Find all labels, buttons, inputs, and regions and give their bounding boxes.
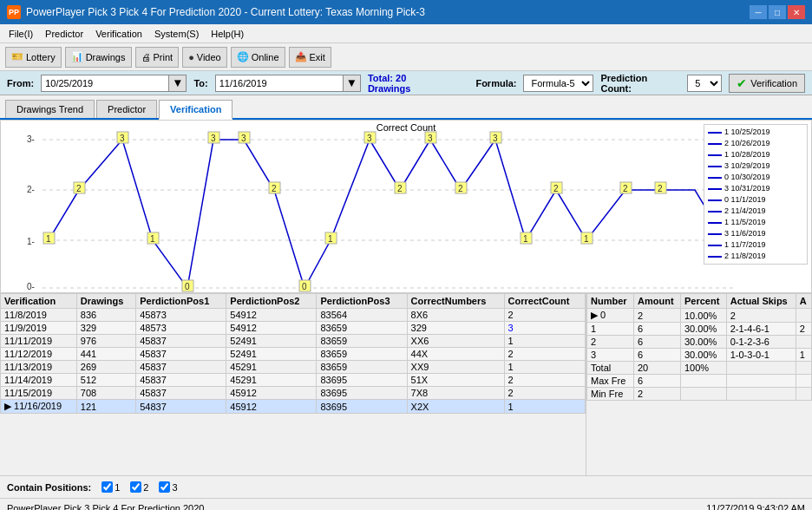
verification-button[interactable]: ✔ Verification (729, 74, 805, 93)
datetime: 11/27/2019 9:43:02 AM (706, 503, 805, 511)
svg-text:11/11/2019: 11/11/2019 (495, 291, 534, 293)
table-row[interactable]: ▶ 0210.00%2 (587, 309, 812, 323)
svg-text:2: 2 (553, 184, 559, 193)
tab-drawings-trend[interactable]: Drawings Trend (5, 100, 95, 118)
main-table: Verification Drawings PerdictionPos1 Per… (0, 293, 586, 414)
window-controls: ─ □ ✕ (750, 5, 805, 19)
svg-text:10/28/2019: 10/28/2019 (105, 291, 144, 293)
menu-help[interactable]: Help(H) (206, 27, 249, 41)
online-button[interactable]: 🌐 Online (231, 47, 285, 68)
to-date-dropdown[interactable]: ▼ (344, 75, 361, 92)
col-drawings: Drawings (76, 294, 135, 309)
table-row[interactable]: 11/14/201951245837452918369551X2 (1, 374, 586, 387)
svg-text:0-: 0- (27, 282, 35, 291)
contain-check-3[interactable]: 3 (159, 481, 177, 493)
menu-system[interactable]: System(S) (149, 27, 204, 41)
menu-file[interactable]: File(I) (3, 27, 38, 41)
drawings-button[interactable]: 📊 Drawings (65, 47, 132, 68)
from-date-field: ▼ (41, 75, 187, 92)
svg-text:0: 0 (302, 282, 307, 291)
svg-text:2: 2 (658, 184, 663, 193)
table-row[interactable]: 11/12/201944145837524918365944X2 (1, 348, 586, 361)
menu-bar: File(I) Predictor Verification System(S)… (0, 24, 812, 43)
col-correct-numbers: CorrectNumbers (407, 294, 504, 309)
video-icon: ● (188, 52, 194, 62)
side-col-amount: Amount (634, 294, 681, 309)
app-icon: PP (7, 5, 21, 19)
col-verification: Verification (1, 294, 77, 309)
table-row[interactable]: 11/15/20197084583745912836957X82 (1, 387, 586, 400)
table-row[interactable]: 2630.00%0-1-2-3-6 (587, 336, 812, 349)
tab-bar: Drawings Trend Predictor Verification (0, 95, 812, 120)
table-row[interactable]: 11/9/20193294857354912836593293 (1, 322, 586, 335)
from-label: From: (7, 78, 34, 88)
lottery-button[interactable]: 🎫 Lottery (5, 47, 62, 68)
from-date-dropdown[interactable]: ▼ (169, 75, 187, 92)
contain-check-1[interactable]: 1 (102, 481, 120, 493)
col-pos1: PerdictionPos1 (136, 294, 226, 309)
menu-verification[interactable]: Verification (90, 27, 147, 41)
status-bar: PowerPlayer Pick 3 Pick 4 For Prediction… (0, 498, 812, 510)
to-date-field: ▼ (215, 75, 361, 92)
title-bar: PP PowerPlayer Pick 3 Pick 4 For Predict… (0, 0, 812, 24)
svg-text:1: 1 (523, 234, 528, 244)
pred-count-select[interactable]: 5 (687, 75, 722, 92)
toolbar: 🎫 Lottery 📊 Drawings 🖨 Print ● Video 🌐 O… (0, 43, 812, 71)
print-button[interactable]: 🖨 Print (135, 47, 180, 68)
svg-text:2: 2 (76, 184, 82, 193)
side-col-number: Number (587, 294, 634, 309)
svg-text:1: 1 (328, 234, 333, 244)
svg-text:3: 3 (241, 134, 246, 143)
side-table-wrapper[interactable]: Number Amount Percent Actual Skips A ▶ 0… (586, 293, 812, 475)
contain-label: Contain Positions: (7, 482, 91, 493)
table-row[interactable]: Min Fre2 (587, 388, 812, 401)
drawings-icon: 📊 (71, 51, 83, 62)
pred-count-label: Prediction Count: (600, 73, 680, 94)
svg-text:1: 1 (46, 234, 51, 244)
data-area: Verification Drawings PerdictionPos1 Per… (0, 293, 812, 475)
table-row[interactable]: 11/8/20198364587354912835648X62 (1, 309, 586, 322)
svg-text:11/1/2019: 11/1/2019 (235, 291, 270, 293)
app-name: PowerPlayer Pick 3 Pick 4 For Prediction… (7, 503, 204, 511)
title-text: PowerPlayer Pick 3 Pick 4 For Prediction… (26, 6, 425, 18)
exit-button[interactable]: 📤 Exit (289, 47, 331, 68)
svg-text:2-: 2- (27, 185, 35, 194)
chart-area: Correct Count 3- 2- 1- 0- 10/25/2019 10/… (0, 120, 812, 293)
table-row[interactable]: Total20100% (587, 362, 812, 375)
table-row[interactable]: ▶ 11/16/2019121548374591283695X2X1 (1, 400, 586, 414)
formula-select[interactable]: Formula-5 (523, 75, 593, 92)
tab-verification[interactable]: Verification (159, 100, 232, 120)
svg-text:2: 2 (458, 184, 463, 193)
video-button[interactable]: ● Video (182, 47, 227, 68)
to-date-input[interactable] (215, 75, 344, 92)
svg-text:1: 1 (150, 234, 155, 244)
svg-text:1: 1 (584, 234, 589, 244)
main-table-wrapper[interactable]: Verification Drawings PerdictionPos1 Per… (0, 293, 586, 475)
menu-predictor[interactable]: Predictor (40, 27, 88, 41)
minimize-button[interactable]: ─ (750, 5, 767, 19)
from-date-input[interactable] (41, 75, 169, 92)
svg-text:10/25/2019: 10/25/2019 (43, 291, 82, 293)
print-icon: 🖨 (141, 52, 151, 62)
chart-legend: 1 10/25/2019 2 10/26/2019 1 10/28/2019 3… (704, 124, 808, 265)
table-row[interactable]: Max Fre6 (587, 375, 812, 388)
svg-text:2: 2 (272, 184, 277, 193)
svg-text:2: 2 (397, 184, 403, 193)
contain-check-2[interactable]: 2 (130, 481, 148, 493)
maximize-button[interactable]: □ (769, 5, 786, 19)
table-row[interactable]: 3630.00%1-0-3-0-11 (587, 349, 812, 362)
tab-predictor[interactable]: Predictor (96, 100, 157, 118)
table-row[interactable]: 11/13/2019269458374529183659XX91 (1, 361, 586, 374)
table-row[interactable]: 1630.00%2-1-4-6-12 (587, 323, 812, 336)
svg-text:11/6/2019: 11/6/2019 (365, 291, 400, 293)
total-drawings: Total: 20 Drawings (368, 73, 452, 94)
side-col-skips: Actual Skips (726, 294, 796, 309)
svg-text:2: 2 (623, 184, 628, 193)
svg-text:3: 3 (367, 134, 372, 143)
table-row[interactable]: 11/11/2019976458375249183659XX61 (1, 335, 586, 348)
side-col-percent: Percent (680, 294, 726, 309)
contain-bar: Contain Positions: 1 2 3 (0, 475, 812, 498)
svg-text:3: 3 (493, 134, 498, 143)
close-button[interactable]: ✕ (788, 5, 805, 19)
svg-text:3-: 3- (27, 134, 35, 144)
